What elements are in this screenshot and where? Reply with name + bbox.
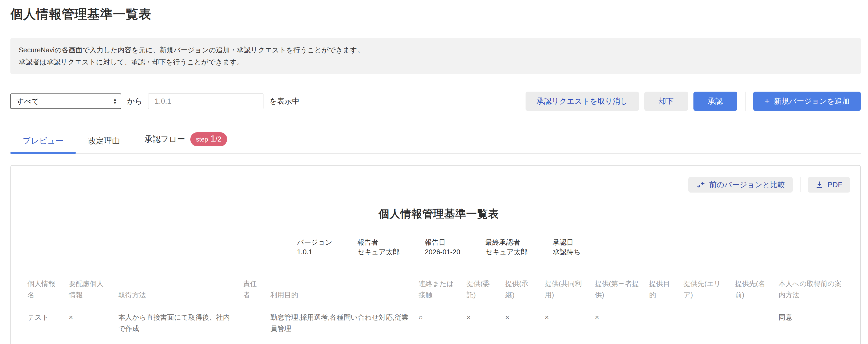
tab-revision-reason[interactable]: 改定理由 [76,136,132,153]
preview-panel: 前のバージョンと比較 PDF 個人情報管理基準一覧表 バージョン 1.0.1 報… [10,165,861,344]
meta-version: バージョン 1.0.1 [297,238,332,257]
meta-final-approver: 最終承認者 セキュア太郎 [485,238,527,257]
table-cell: × [69,306,118,334]
compare-arrows-icon [696,180,705,189]
info-line-1: SecureNaviの各画面で入力した内容を元に、新規バージョンの追加・承認リク… [19,44,852,56]
table-cell [735,306,779,334]
table-header-cell: 提供先(エリア) [684,278,735,306]
tab-approval-flow[interactable]: 承認フロー step1/2 [132,132,240,153]
download-icon [815,181,824,189]
tab-approval-flow-label: 承認フロー [145,134,185,145]
meta-value: 承認待ち [553,247,581,257]
table-cell: 同意 [779,306,850,334]
table-cell: × [595,306,649,334]
table-header-cell: 提供(委託) [467,278,505,306]
info-line-2: 承認者は承認リクエストに対して、承認・却下を行うことができます。 [19,56,852,68]
table-header-cell: 提供目的 [649,278,684,306]
table-header-row: 個人情報名 要配慮個人情報 取得方法 責任者 利用目的 連絡または接触 提供(委… [28,278,850,306]
plus-icon: + [765,96,770,106]
reject-button[interactable]: 却下 [644,92,688,111]
table-header-cell: 要配慮個人情報 [69,278,118,306]
tab-preview-label: プレビュー [23,136,64,146]
meta-label: 報告者 [358,238,400,247]
page-title: 個人情報管理基準一覧表 [10,7,861,21]
step-badge: step1/2 [190,132,227,146]
table-cell: × [545,306,595,334]
cancel-approval-request-button[interactable]: 承認リクエストを取り消し [526,92,639,111]
add-version-label: 新規バージョンを追加 [774,96,849,106]
compare-previous-version-label: 前のバージョンと比較 [709,180,785,190]
button-divider [745,92,745,111]
table-header-cell: 提供先(名前) [735,278,779,306]
table-header-cell: 提供(承継) [505,278,545,306]
table-header-cell: 取得方法 [118,278,243,306]
table-cell: × [467,306,505,334]
compare-previous-version-button[interactable]: 前のバージョンと比較 [688,177,793,193]
meta-label: バージョン [297,238,332,247]
table-cell [649,306,684,334]
step-badge-total: 2 [217,135,221,143]
meta-label: 最終承認者 [485,238,527,247]
meta-label: 報告日 [425,238,460,247]
meta-reporter: 報告者 セキュア太郎 [358,238,400,257]
document-meta: バージョン 1.0.1 報告者 セキュア太郎 報告日 2026-01-20 最終… [28,238,850,257]
version-range-select-wrap: すべて ▲▼ [10,93,121,109]
tab-preview[interactable]: プレビュー [10,136,76,153]
table-cell: テスト [28,306,69,334]
pdf-download-label: PDF [828,180,842,189]
tab-revision-reason-label: 改定理由 [88,136,120,146]
table-header-cell: 利用目的 [270,278,418,306]
meta-approval-date: 承認日 承認待ち [553,238,581,257]
panel-button-divider [800,177,801,192]
table-header-cell: 提供(第三者提供) [595,278,649,306]
meta-value: セキュア太郎 [358,247,400,257]
preview-panel-actions: 前のバージョンと比較 PDF [28,177,850,193]
meta-value: セキュア太郎 [485,247,527,257]
table-row: テスト × 本人から直接書面にて取得後、社内で作成 勤怠管理,採用選考,各種問い… [28,306,850,334]
pdf-download-button[interactable]: PDF [808,177,850,193]
add-version-button[interactable]: + 新規バージョンを追加 [753,92,861,111]
version-range-select[interactable]: すべて [10,93,121,109]
table-cell [684,306,735,334]
table-header-cell: 連絡または接触 [418,278,467,306]
tab-bar: プレビュー 改定理由 承認フロー step1/2 [10,132,861,154]
table-header-cell: 本人への取得前の案内方法 [779,278,850,306]
table-cell: ○ [418,306,467,334]
showing-label: を表示中 [269,96,300,106]
from-label: から [127,96,142,106]
table-header-cell: 提供(共同利用) [545,278,595,306]
meta-label: 承認日 [553,238,581,247]
meta-value: 1.0.1 [297,247,332,257]
meta-report-date: 報告日 2026-01-20 [425,238,460,257]
table-cell: × [505,306,545,334]
step-badge-current: 1 [211,135,215,143]
info-box: SecureNaviの各画面で入力した内容を元に、新規バージョンの追加・承認リク… [10,38,861,74]
version-input[interactable] [148,93,264,109]
table-cell [243,306,270,334]
table-header-cell: 責任者 [243,278,270,306]
meta-value: 2026-01-20 [425,247,460,257]
step-badge-prefix: step [196,136,208,143]
table-cell: 勤怠管理,採用選考,各種問い合わせ対応,従業員管理 [270,306,418,334]
approve-button[interactable]: 承認 [693,92,737,111]
table-cell: 本人から直接書面にて取得後、社内で作成 [118,306,243,334]
table-header-cell: 個人情報名 [28,278,69,306]
document-title: 個人情報管理基準一覧表 [28,206,850,221]
action-buttons: 承認リクエストを取り消し 却下 承認 + 新規バージョンを追加 [526,92,861,111]
standards-table: 個人情報名 要配慮個人情報 取得方法 責任者 利用目的 連絡または接触 提供(委… [28,278,850,334]
main-content: 個人情報管理基準一覧表 SecureNaviの各画面で入力した内容を元に、新規バ… [0,0,868,344]
controls-row: すべて ▲▼ から を表示中 承認リクエストを取り消し 却下 承認 + 新規バー… [10,92,861,111]
step-badge-separator: / [215,135,218,143]
